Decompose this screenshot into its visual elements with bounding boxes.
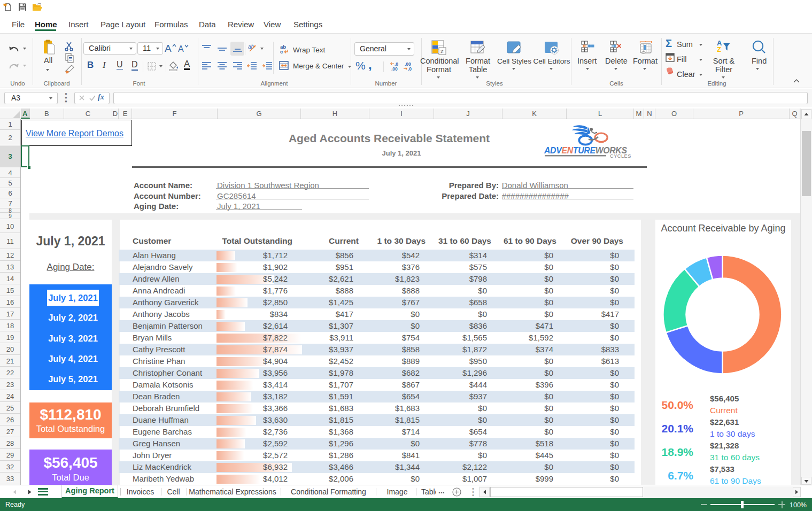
svg-text:CYCLES: CYCLES (610, 153, 631, 158)
svg-text:ab: ab (248, 44, 254, 50)
svg-text:.0: .0 (408, 66, 412, 71)
svg-text:Z: Z (717, 45, 721, 52)
svg-text:.00: .00 (391, 66, 398, 71)
svg-text:c: c (280, 49, 283, 54)
svg-text:≠: ≠ (440, 48, 444, 55)
